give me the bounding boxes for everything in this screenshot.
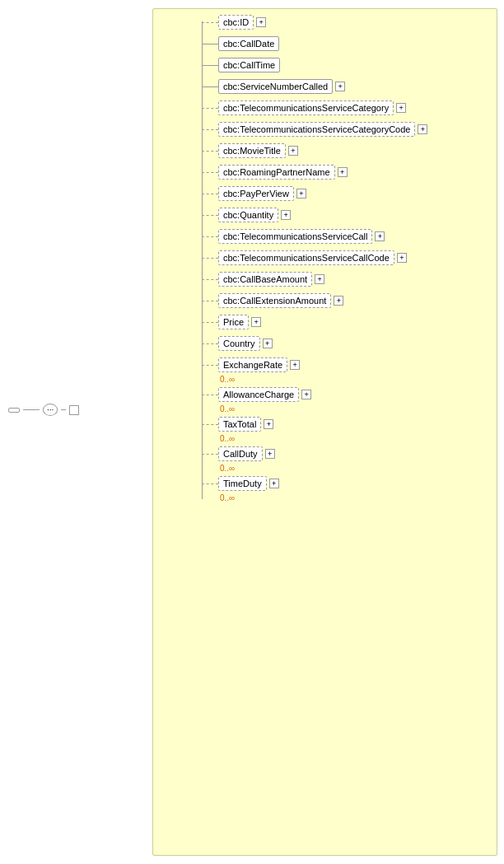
- h-line-7: [202, 172, 218, 173]
- item-label-13[interactable]: cbc:CallExtensionAmount: [218, 293, 331, 308]
- expand-icon-0[interactable]: +: [256, 17, 266, 27]
- h-line-14: [202, 322, 218, 323]
- item-label-12[interactable]: cbc:CallBaseAmount: [218, 272, 312, 287]
- item-wrapper-1: cbc:CallDate: [202, 36, 492, 51]
- multiplicity-18: 0..∞: [220, 434, 235, 443]
- h-line-13: [202, 301, 218, 301]
- h-line-17: [202, 395, 218, 395]
- item-label-4[interactable]: cbc:TelecommunicationsServiceCategory: [218, 100, 394, 115]
- h-line-3: [202, 86, 218, 87]
- item-wrapper-18: TaxTotal+0..∞: [202, 417, 492, 432]
- expand-icon-10[interactable]: +: [375, 231, 385, 241]
- expand-icon-4[interactable]: +: [396, 103, 406, 113]
- item-label-9[interactable]: cbc:Quantity: [218, 208, 278, 222]
- left-node-label: [8, 408, 20, 413]
- left-node: ···: [8, 404, 79, 416]
- item-wrapper-3: cbc:ServiceNumberCalled+: [202, 79, 492, 94]
- h-line-19: [202, 454, 218, 455]
- item-label-3[interactable]: cbc:ServiceNumberCalled: [218, 79, 333, 94]
- item-wrapper-10: cbc:TelecommunicationsServiceCall+: [202, 229, 492, 244]
- expand-icon-13[interactable]: +: [334, 296, 343, 306]
- item-label-0[interactable]: cbc:ID: [218, 15, 254, 30]
- item-label-10[interactable]: cbc:TelecommunicationsServiceCall: [218, 229, 372, 244]
- expand-icon-6[interactable]: +: [288, 146, 298, 156]
- item-wrapper-11: cbc:TelecommunicationsServiceCallCode+: [202, 250, 492, 265]
- expand-icon-5[interactable]: +: [418, 124, 427, 134]
- h-line-1: [202, 44, 218, 44]
- item-wrapper-16: ExchangeRate+0..∞: [202, 357, 492, 372]
- item-label-2[interactable]: cbc:CallTime: [218, 58, 280, 72]
- multiplicity-20: 0..∞: [220, 493, 235, 502]
- item-label-11[interactable]: cbc:TelecommunicationsServiceCallCode: [218, 250, 394, 265]
- item-label-8[interactable]: cbc:PayPerView: [218, 186, 294, 201]
- expand-icon-17[interactable]: +: [301, 390, 311, 399]
- item-label-19[interactable]: CallDuty: [218, 446, 263, 461]
- expand-icon-7[interactable]: +: [338, 167, 348, 177]
- item-wrapper-12: cbc:CallBaseAmount+: [202, 272, 492, 287]
- diagram-container: ··· cbc:ID+cbc:CallDatecbc:CallTimecbc:S…: [0, 0, 504, 864]
- item-label-14[interactable]: Price: [218, 315, 249, 329]
- item-wrapper-5: cbc:TelecommunicationsServiceCategoryCod…: [202, 122, 492, 137]
- items-root: cbc:ID+cbc:CallDatecbc:CallTimecbc:Servi…: [202, 15, 492, 506]
- item-label-7[interactable]: cbc:RoamingPartnerName: [218, 165, 335, 180]
- item-label-16[interactable]: ExchangeRate: [218, 357, 287, 372]
- item-wrapper-19: CallDuty+0..∞: [202, 446, 492, 461]
- h-line-18: [202, 424, 218, 425]
- h-line-12: [202, 279, 218, 280]
- item-wrapper-17: AllowanceCharge+0..∞: [202, 387, 492, 402]
- expand-icon-16[interactable]: +: [290, 360, 300, 370]
- connector-ellipsis: ···: [43, 404, 58, 416]
- h-line-2: [202, 65, 218, 66]
- h-line-4: [202, 108, 218, 109]
- item-wrapper-20: TimeDuty+0..∞: [202, 476, 492, 491]
- expand-icon-18[interactable]: +: [264, 419, 273, 429]
- multiplicity-19: 0..∞: [220, 464, 235, 473]
- item-label-20[interactable]: TimeDuty: [218, 476, 267, 491]
- h-line-10: [202, 236, 218, 237]
- item-wrapper-2: cbc:CallTime: [202, 58, 492, 72]
- item-wrapper-0: cbc:ID+: [202, 15, 492, 30]
- connector-line-h2: [61, 409, 66, 410]
- item-label-1[interactable]: cbc:CallDate: [218, 36, 279, 51]
- multiplicity-16: 0..∞: [220, 375, 235, 384]
- item-label-15[interactable]: Country: [218, 336, 260, 351]
- item-label-6[interactable]: cbc:MovieTitle: [218, 143, 286, 158]
- expand-icon-3[interactable]: +: [335, 82, 345, 91]
- h-line-8: [202, 194, 218, 194]
- connector-small-box: [69, 405, 79, 415]
- h-line-6: [202, 151, 218, 152]
- h-line-20: [202, 483, 218, 484]
- item-wrapper-15: Country+: [202, 336, 492, 351]
- item-wrapper-7: cbc:RoamingPartnerName+: [202, 165, 492, 180]
- expand-icon-9[interactable]: +: [281, 210, 291, 220]
- h-line-9: [202, 215, 218, 216]
- expand-icon-8[interactable]: +: [296, 189, 306, 198]
- item-wrapper-14: Price+: [202, 315, 492, 329]
- item-wrapper-4: cbc:TelecommunicationsServiceCategory+: [202, 100, 492, 115]
- h-line-15: [202, 343, 218, 344]
- expand-icon-20[interactable]: +: [269, 479, 279, 488]
- h-line-5: [202, 129, 218, 130]
- item-label-17[interactable]: AllowanceCharge: [218, 387, 299, 402]
- expand-icon-12[interactable]: +: [315, 274, 324, 284]
- item-label-18[interactable]: TaxTotal: [218, 417, 261, 432]
- expand-icon-15[interactable]: +: [263, 339, 273, 348]
- h-line-0: [202, 22, 218, 23]
- h-line-16: [202, 365, 218, 366]
- item-wrapper-6: cbc:MovieTitle+: [202, 143, 492, 158]
- item-wrapper-8: cbc:PayPerView+: [202, 186, 492, 201]
- item-label-5[interactable]: cbc:TelecommunicationsServiceCategoryCod…: [218, 122, 415, 137]
- expand-icon-11[interactable]: +: [397, 253, 407, 263]
- item-wrapper-13: cbc:CallExtensionAmount+: [202, 293, 492, 308]
- connector-line-h: [23, 409, 40, 410]
- vertical-tree-line: [202, 21, 203, 499]
- expand-icon-19[interactable]: +: [265, 449, 275, 459]
- h-line-11: [202, 258, 218, 259]
- expand-icon-14[interactable]: +: [251, 317, 261, 327]
- item-wrapper-9: cbc:Quantity+: [202, 208, 492, 222]
- multiplicity-17: 0..∞: [220, 404, 235, 413]
